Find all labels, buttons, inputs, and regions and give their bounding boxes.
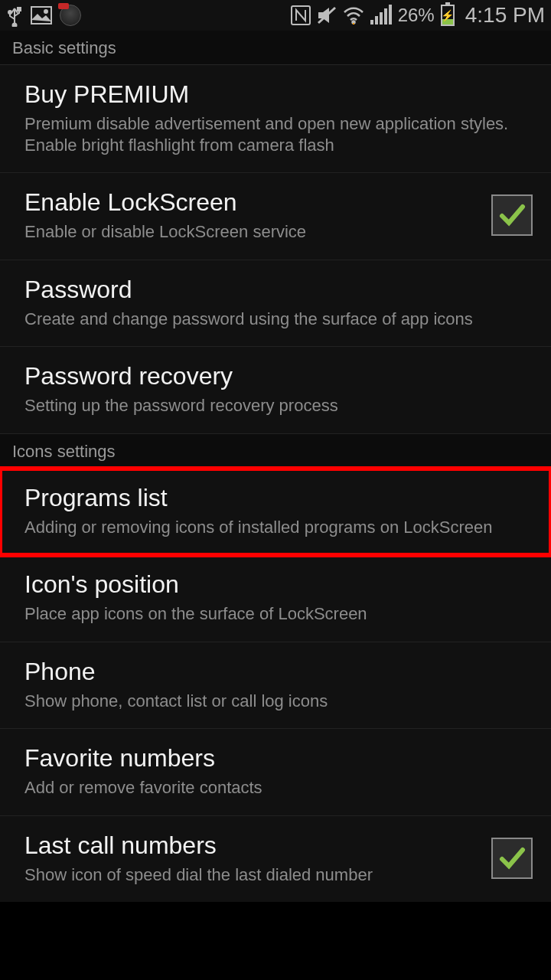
item-enable-lockscreen[interactable]: Enable LockScreen Enable or disable Lock…: [0, 173, 551, 260]
status-bar: 26% ⚡ 4:15 PM: [0, 0, 551, 31]
settings-list: Basic settings Buy PREMIUM Premium disab…: [0, 31, 551, 902]
item-password-recovery[interactable]: Password recovery Setting up the passwor…: [0, 347, 551, 434]
app-badge-icon: [60, 5, 81, 26]
clock: 4:15 PM: [465, 3, 545, 28]
item-programs-list[interactable]: Programs list Adding or removing icons o…: [0, 469, 551, 556]
status-left: [6, 4, 81, 27]
svg-point-2: [13, 24, 17, 28]
item-desc: Show phone, contact list or call log ico…: [24, 691, 533, 712]
item-title: Last call numbers: [24, 831, 479, 860]
item-password[interactable]: Password Create and change password usin…: [0, 260, 551, 348]
item-title: Icon's position: [24, 570, 533, 599]
mute-icon: [317, 6, 337, 24]
section-header-basic: Basic settings: [0, 31, 551, 65]
item-phone[interactable]: Phone Show phone, contact list or call l…: [0, 642, 551, 730]
item-title: Password: [24, 276, 533, 304]
svg-point-0: [8, 11, 11, 14]
item-desc: Premium disable advertisement and open n…: [24, 113, 533, 155]
item-title: Enable LockScreen: [24, 188, 479, 217]
item-title: Password recovery: [24, 362, 533, 390]
item-desc: Setting up the password recovery process: [24, 395, 533, 416]
image-icon: [31, 6, 52, 24]
item-buy-premium[interactable]: Buy PREMIUM Premium disable advertisemen…: [0, 65, 551, 173]
usb-icon: [6, 4, 23, 27]
item-desc: Create and change password using the sur…: [24, 309, 533, 330]
item-desc: Place app icons on the surface of LockSc…: [24, 603, 533, 625]
checkbox-enable-lockscreen[interactable]: [491, 194, 533, 236]
nfc-icon: [291, 5, 311, 25]
wifi-icon: [343, 6, 364, 24]
battery-percent: 26%: [398, 5, 435, 26]
item-title: Buy PREMIUM: [24, 80, 533, 109]
signal-icon: [370, 6, 392, 24]
item-title: Phone: [24, 658, 533, 686]
checkbox-last-call-numbers[interactable]: [491, 838, 533, 879]
item-icons-position[interactable]: Icon's position Place app icons on the s…: [0, 555, 551, 642]
item-desc: Adding or removing icons of installed pr…: [24, 517, 533, 538]
item-title: Favorite numbers: [24, 744, 533, 773]
item-desc: Enable or disable LockScreen service: [24, 221, 479, 243]
svg-rect-3: [31, 7, 51, 24]
battery-icon: ⚡: [441, 5, 455, 26]
item-last-call-numbers[interactable]: Last call numbers Show icon of speed dia…: [0, 816, 551, 903]
item-desc: Add or remove favorite contacts: [24, 777, 533, 799]
item-title: Programs list: [24, 484, 533, 512]
section-header-icons: Icons settings: [0, 434, 551, 469]
svg-rect-1: [18, 8, 21, 11]
svg-point-4: [44, 10, 47, 13]
item-favorite-numbers[interactable]: Favorite numbers Add or remove favorite …: [0, 729, 551, 816]
status-right: 26% ⚡ 4:15 PM: [291, 3, 545, 28]
item-desc: Show icon of speed dial the last dialed …: [24, 864, 479, 886]
